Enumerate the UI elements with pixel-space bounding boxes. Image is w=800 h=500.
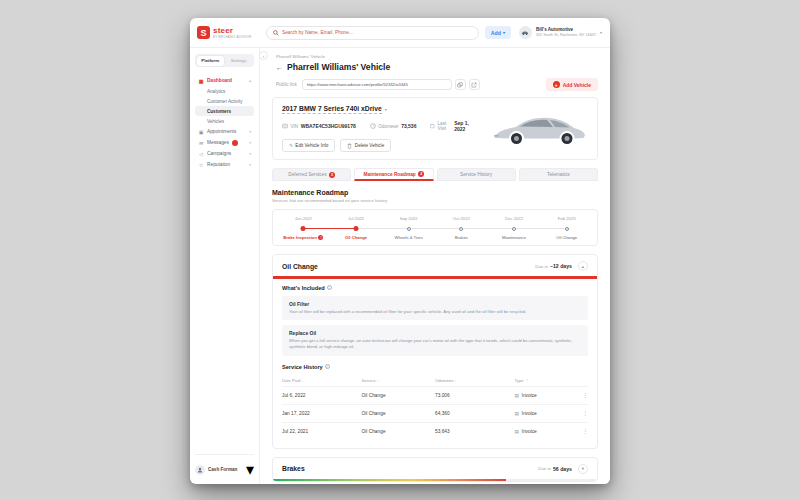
chevron-down-icon: ▾ — [600, 30, 602, 35]
table-row[interactable]: Jul 6, 2022 Oil Change 73,006 ▤Invoice ⋮ — [282, 386, 588, 404]
pencil-icon: ✎ — [289, 143, 293, 148]
milestone-dot — [354, 226, 359, 231]
open-link-button[interactable] — [469, 79, 480, 90]
add-vehicle-icon: + — [553, 81, 560, 88]
main-content: ‹ Pharrell Williams' Vehicle ← Pharrell … — [260, 48, 610, 484]
maintenance-timeline: Jun 2022 Brake Inspection! Jul 2022 Oil … — [272, 209, 598, 246]
milestone-dot — [459, 227, 463, 231]
page-title: Pharrell Williams' Vehicle — [287, 62, 390, 72]
last-visit-label: Last Visit — [438, 121, 452, 131]
invoice-icon: ▤ — [515, 411, 520, 416]
whats-included-heading: What's Included — [282, 285, 325, 291]
steer-logo[interactable]: S steer by mechanic advisor — [190, 26, 260, 39]
steer-logo-icon: S — [197, 26, 210, 39]
column-service[interactable]: Service ↑ — [362, 378, 435, 383]
timeline-milestone[interactable]: Jul 2022 Oil Change — [330, 216, 383, 240]
toggle-platform[interactable]: Platform — [197, 56, 225, 66]
public-link-label: Public link — [276, 82, 297, 87]
row-menu-icon[interactable]: ⋮ — [580, 410, 588, 416]
brakes-card: Brakes Due in 56 days ▾ — [272, 457, 598, 483]
row-menu-icon[interactable]: ⋮ — [580, 392, 588, 398]
edit-vehicle-button[interactable]: ✎ Edit Vehicle Info — [282, 139, 335, 152]
table-row[interactable]: Jan 17, 2022 Oil Change 64,360 ▤Invoice … — [282, 404, 588, 422]
info-icon[interactable]: i — [327, 285, 332, 290]
column-date-paid[interactable]: Date Paid ↓ — [282, 378, 362, 383]
chevron-down-icon: ▾ — [249, 130, 251, 134]
vehicle-name-dropdown[interactable]: 2017 BMW 7 Series 740i xDrive — [282, 105, 382, 114]
back-arrow-icon[interactable]: ← — [276, 64, 283, 71]
tab-bar: Deferred Services3 Maintenance Roadmap2 … — [272, 168, 598, 181]
timeline-milestone[interactable]: Dec 2022 Maintenance — [488, 216, 541, 240]
logo-text: steer — [213, 27, 251, 35]
user-menu[interactable]: Cash Forman ▾ — [195, 454, 254, 479]
company-address: 202 South St, Rochester, NY 14607 — [536, 33, 596, 38]
included-item: Oil Filter Your oil filter will be repla… — [282, 296, 588, 320]
chevron-down-icon: ▾ — [249, 141, 251, 145]
sidebar-collapse-button[interactable]: ‹ — [260, 51, 268, 60]
oil-change-title: Oil Change — [282, 263, 535, 270]
brakes-title: Brakes — [282, 465, 538, 472]
last-visit-field: Last Visit Sep 1, 2022 — [430, 120, 475, 132]
sidebar: Platform Settings ▦ Dashboard ▴ Analytic… — [190, 48, 260, 484]
invoice-icon: ▤ — [515, 393, 520, 398]
logo-tagline: by mechanic advisor — [213, 36, 251, 39]
sidebar-item-customer-activity[interactable]: Customer Activity — [195, 96, 254, 106]
roadmap-heading: Maintenance Roadmap — [272, 189, 598, 196]
sidebar-item-analytics[interactable]: Analytics — [195, 86, 254, 96]
search-input[interactable] — [282, 30, 472, 35]
chevron-down-icon: ▾ — [249, 163, 251, 167]
add-vehicle-button[interactable]: + Add Vehicle — [546, 78, 598, 91]
oil-change-card: Oil Change Due in ~12 days ▴ What's Incl… — [272, 254, 598, 448]
tab-telematics[interactable]: Telematics — [519, 168, 598, 181]
company-menu[interactable]: Bill's Automotive 202 South St, Rocheste… — [519, 26, 602, 39]
public-link-input[interactable] — [302, 79, 452, 90]
info-icon[interactable]: i — [325, 364, 330, 369]
tab-deferred-services[interactable]: Deferred Services3 — [272, 168, 351, 181]
chevron-down-icon: ▾ — [385, 107, 387, 112]
vin-field: VIN WBA7E4C53HGU99178 — [282, 123, 356, 129]
delete-vehicle-button[interactable]: Delete Vehicle — [340, 139, 391, 152]
roadmap-subheading: Services that are recommended based on y… — [272, 198, 598, 203]
tab-maintenance-roadmap[interactable]: Maintenance Roadmap2 — [354, 168, 433, 181]
timeline-milestone[interactable]: Oct 2022 Brakes — [435, 216, 488, 240]
column-odometer[interactable]: Odometer ↑ — [435, 378, 515, 383]
service-history-table: Date Paid ↓ Service ↑ Odometer ↑ Type ↑ … — [282, 376, 588, 440]
global-search[interactable] — [266, 26, 479, 40]
external-link-icon — [471, 82, 477, 88]
sort-up-icon: ↑ — [526, 378, 528, 382]
included-item: Replace Oil When you get a full service … — [282, 325, 588, 356]
sidebar-item-dashboard[interactable]: ▦ Dashboard ▴ — [195, 75, 254, 86]
vehicle-card: 2017 BMW 7 Series 740i xDrive ▾ VIN WBA7… — [272, 97, 598, 160]
sidebar-item-messages[interactable]: ✉ Messages ▾ — [195, 137, 254, 148]
sidebar-item-reputation[interactable]: ☆ Reputation ▾ — [195, 159, 254, 170]
sidebar-item-customers[interactable]: Customers — [195, 106, 254, 116]
collapse-card-button[interactable]: ▴ — [578, 261, 588, 271]
timeline-milestone[interactable]: Sep 2022 Wheels & Tires — [382, 216, 435, 240]
copy-link-button[interactable] — [455, 79, 466, 90]
table-row[interactable]: Jul 22, 2021 Oil Change 53,643 ▤Invoice … — [282, 422, 588, 440]
timeline-milestone[interactable]: Feb 2023 Oil Change — [540, 216, 593, 240]
odometer-icon — [370, 123, 376, 129]
expand-card-button[interactable]: ▾ — [578, 464, 588, 474]
last-visit-value: Sep 1, 2022 — [454, 120, 475, 132]
sidebar-item-campaigns[interactable]: ◁ Campaigns ▾ — [195, 148, 254, 159]
vin-label: VIN — [291, 124, 299, 129]
due-value: 56 days — [553, 466, 572, 472]
due-label: Due in — [535, 264, 548, 269]
user-name: Cash Forman — [208, 467, 243, 472]
calendar-icon: ▣ — [198, 129, 204, 135]
company-avatar — [519, 26, 532, 39]
milestone-dot — [301, 226, 306, 231]
search-icon — [273, 30, 279, 36]
column-type[interactable]: Type ↑ — [515, 378, 580, 383]
timeline-milestone[interactable]: Jun 2022 Brake Inspection! — [277, 216, 330, 240]
vin-icon — [282, 123, 288, 129]
tab-service-history[interactable]: Service History — [437, 168, 516, 181]
top-bar: S steer by mechanic advisor Add▾ Bill's … — [190, 18, 610, 48]
toggle-settings[interactable]: Settings — [225, 56, 253, 66]
chevron-down-icon: ▾ — [249, 152, 251, 156]
sidebar-item-vehicles[interactable]: Vehicles — [195, 116, 254, 126]
add-button[interactable]: Add▾ — [485, 26, 511, 39]
row-menu-icon[interactable]: ⋮ — [580, 428, 588, 434]
sidebar-item-appointments[interactable]: ▣ Appointments ▾ — [195, 126, 254, 137]
